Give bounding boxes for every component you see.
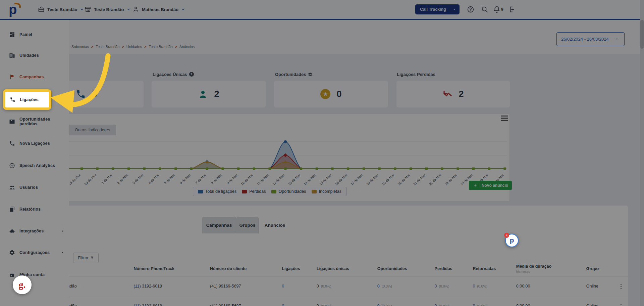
search-button[interactable]: [481, 0, 488, 19]
row-menu-kebab-icon[interactable]: [619, 276, 628, 296]
chevron-down-icon: [80, 7, 84, 11]
tab-grupos[interactable]: Grupos: [236, 217, 259, 233]
sidebar-item-label: Nova Ligações: [19, 141, 50, 146]
guide-logo-badge[interactable]: g.: [13, 275, 32, 294]
legend-item-total-de-liga-es[interactable]: Total de ligações: [198, 189, 236, 194]
screen: Subcontas>Teste Brandão>Unidades>Teste B…: [0, 0, 644, 306]
cell-retornadas[interactable]: 0(0.0%): [473, 276, 516, 296]
briefcase-icon: [38, 6, 45, 13]
sidebar-item-label: Ligações: [20, 97, 39, 102]
phonetrack-logo[interactable]: p: [9, 2, 20, 17]
column-header-3: Número do cliente: [210, 261, 282, 276]
kpi-card-oportunidades: ★ 0: [274, 81, 388, 107]
breadcrumb-item[interactable]: Teste Brandão: [96, 45, 119, 49]
sidebar-item-label: Usuários: [19, 185, 38, 190]
caret-down-icon: [452, 8, 456, 11]
cell-ligacoes[interactable]: 0: [282, 276, 316, 296]
cell-media-duracao: 0:00:00: [516, 276, 586, 296]
caret-down-icon: [615, 36, 619, 42]
tab-outros-indicadores[interactable]: Outros indicadores: [69, 125, 116, 135]
kpi-title-ligacoes-unicas: Ligações Únicas ?: [153, 71, 194, 77]
column-header-7: Perdidas: [435, 261, 473, 276]
kpi-card-ligacoes-unicas: 2: [152, 81, 266, 107]
tab-anuncios[interactable]: Anúncios: [259, 217, 291, 233]
chevron-down-icon: [126, 7, 130, 11]
sidebar-item-relat-rios[interactable]: Relatórios: [0, 200, 69, 219]
sidebar-item-painel[interactable]: Painel: [0, 25, 69, 44]
dashboard-icon: [9, 31, 16, 38]
kpi-value: 2: [459, 89, 464, 99]
sidebar-item-oportunidades-perdidas[interactable]: Oportunidades perdidas: [0, 112, 69, 131]
kpi-title-oportunidades: Oportunidades: [275, 71, 312, 77]
breadcrumb-item[interactable]: Teste Brandão: [149, 45, 173, 49]
unit-dropdown[interactable]: Teste Brandão: [85, 0, 130, 19]
logout-icon: [508, 6, 516, 13]
sidebar-item-nova-liga-es[interactable]: Nova Ligações: [0, 134, 69, 153]
sidebar-item-configura-es[interactable]: Configurações: [0, 243, 69, 262]
row-menu-kebab-icon[interactable]: [619, 296, 628, 306]
notifications-button[interactable]: 9: [493, 0, 503, 19]
scrollbar-thumb[interactable]: [640, 20, 644, 49]
cell-retornadas[interactable]: 0(0.0%): [473, 296, 516, 306]
cell-perdidas[interactable]: 0(0.0%): [435, 296, 473, 306]
cell-ligacoes[interactable]: 0: [282, 296, 316, 306]
kpi-value: 2: [214, 89, 219, 99]
cell-perdidas[interactable]: 0(0.0%): [435, 276, 473, 296]
search-icon: [481, 6, 488, 13]
logout-button[interactable]: [508, 0, 516, 19]
cell-numero-phonetrack: (11) 3192-6018: [133, 276, 210, 296]
column-header-2: Número PhoneTrack: [133, 261, 210, 276]
legend-marker: [271, 190, 276, 193]
table-row: Teste Brandão(11) 3192-6018(41) 99169-56…: [30, 296, 628, 306]
sidebar-item-speech-analytics[interactable]: Speech Analytics: [0, 156, 69, 175]
sidebar-item-integra-es[interactable]: Integrações: [0, 222, 69, 241]
column-header-5: Ligações únicas: [317, 261, 377, 276]
cell-oportunidades[interactable]: 0(0.0%): [377, 296, 435, 306]
product-selector-button[interactable]: Call Tracking: [415, 4, 460, 14]
kpi-value: 5: [92, 89, 97, 99]
legend-marker: [312, 190, 317, 193]
new-ad-button[interactable]: Novo anúncio: [469, 181, 512, 190]
help-button[interactable]: [467, 0, 474, 19]
puzzle-icon: [9, 228, 16, 234]
legend-item-oportunidades[interactable]: Oportunidades: [271, 189, 306, 194]
help-icon[interactable]: ?: [189, 72, 194, 77]
cell-oportunidades[interactable]: 0(0.0%): [377, 276, 435, 296]
sidebar-item-campanhas[interactable]: Campanhas: [0, 68, 69, 86]
duration-format-hint: hh:mm:ss: [516, 270, 586, 273]
breadcrumb-item[interactable]: Subcontas: [71, 45, 89, 49]
chat-notification-badge: 4: [504, 233, 509, 238]
breadcrumb-item[interactable]: Unidades: [126, 45, 142, 49]
gear-icon: [9, 249, 16, 256]
sidebar-item-label: Configurações: [19, 250, 50, 255]
flag-icon: [9, 74, 16, 80]
breadcrumb-item[interactable]: Anúncios: [179, 45, 195, 49]
gear-icon[interactable]: [308, 72, 312, 77]
sidebar-item-usu-rios[interactable]: Usuários: [0, 178, 69, 197]
help-icon: [467, 6, 474, 13]
table-row: Teste Brandão(11) 3192-6018(41) 99169-56…: [30, 276, 628, 296]
kpi-title-ligacoes-perdidas: Ligações Perdidas: [397, 71, 435, 77]
sidebar-item-unidades[interactable]: Unidades: [0, 46, 69, 65]
legend-item-incompletas[interactable]: Incompletas: [312, 189, 341, 194]
phonetrack-bubble-logo: p: [510, 236, 514, 244]
contacts-icon: [9, 118, 16, 125]
kpi-value: 0: [336, 89, 341, 99]
chart-menu-icon[interactable]: [501, 116, 508, 122]
top-navbar: p Teste Brandão Teste Brandão Matheus Br…: [0, 0, 644, 20]
sidebar-item-minha-conta[interactable]: Minha conta: [0, 265, 69, 284]
highlight-box-ligacoes[interactable]: Ligações: [3, 89, 51, 110]
tab-campanhas[interactable]: Campanhas: [202, 217, 236, 233]
storefront-icon: [85, 6, 91, 13]
legend-item-perdidas[interactable]: Perdidas: [242, 189, 266, 194]
chat-widget-button[interactable]: p 4: [505, 234, 519, 247]
date-range-picker[interactable]: 26/02/2024 - 26/03/2024: [556, 32, 625, 46]
breadcrumb: Subcontas>Teste Brandão>Unidades>Teste B…: [71, 44, 195, 49]
missed-call-icon: [442, 89, 452, 99]
company-dropdown[interactable]: Teste Brandão: [38, 0, 84, 19]
report-icon: [9, 206, 16, 213]
user-dropdown[interactable]: Matheus Brandão: [132, 0, 185, 19]
table-header-row: AnúncioNúmero PhoneTrackNúmero do client…: [30, 261, 628, 276]
ads-table: AnúncioNúmero PhoneTrackNúmero do client…: [30, 261, 628, 306]
cell-ligacoes-unicas: 0(0.0%): [317, 296, 377, 306]
